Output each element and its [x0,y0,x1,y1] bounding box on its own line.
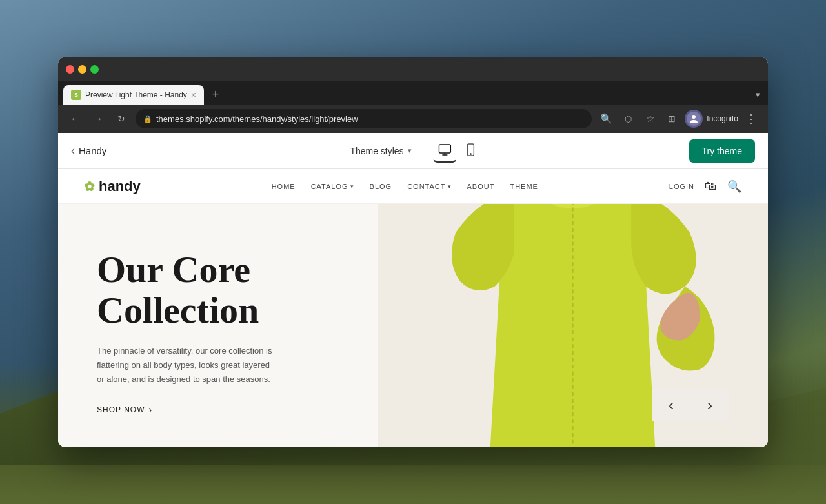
store-search-button[interactable]: 🔍 [727,179,742,194]
profile-button[interactable] [685,110,703,128]
nav-back-button[interactable]: ← [66,110,84,128]
tab-close-button[interactable]: × [191,90,196,99]
address-text: themes.shopify.com/themes/handy/styles/l… [156,114,358,124]
incognito-label: Incognito [707,114,738,123]
try-theme-button[interactable]: Try theme [689,139,756,163]
nav-link-catalog-label: CATALOG [311,183,348,190]
catalog-dropdown-icon: ▾ [350,183,354,190]
hero-image: ‹ › [378,204,768,447]
nav-link-theme-label: THEME [510,183,538,190]
logo-icon: ✿ [84,179,95,194]
browser-addressbar: ← → ↻ 🔒 themes.shopify.com/themes/handy/… [58,105,768,133]
store-nav-links: HOME CATALOG ▾ BLOG CONTACT ▾ ABOUT THEM [272,183,538,190]
nav-link-theme[interactable]: THEME [510,183,538,190]
incognito-avatar [687,112,701,126]
svg-point-3 [470,154,472,155]
toolbar-center: Theme styles ▾ [343,139,482,163]
nav-link-home-label: HOME [272,183,296,190]
browser-tab-active[interactable]: S Preview Light Theme - Handy × [63,85,204,105]
carousel-prev-button[interactable]: ‹ [652,389,690,421]
hero-description: The pinnacle of versatility, our core co… [97,344,277,387]
browser-tabs: S Preview Light Theme - Handy × + ▾ [58,81,768,105]
hero-title: Our Core Collection [97,249,352,332]
browser-window: S Preview Light Theme - Handy × + ▾ ← → … [58,57,768,447]
theme-styles-button[interactable]: Theme styles ▾ [343,142,418,160]
bookmark-button[interactable]: ☆ [641,110,659,128]
svg-point-0 [692,115,696,119]
nav-forward-button[interactable]: → [89,110,107,128]
carousel-controls: ‹ › [652,389,729,421]
device-toggle-group [434,139,483,163]
preview-toolbar: ‹ Handy Theme styles ▾ [58,133,768,169]
browser-menu-button[interactable]: ⋮ [742,110,760,128]
store-login-link[interactable]: LOGIN [669,183,694,190]
traffic-lights [66,65,99,74]
nav-link-home[interactable]: HOME [272,183,296,190]
back-arrow-icon: ‹ [71,144,75,157]
store-logo[interactable]: ✿ handy [84,178,141,195]
new-tab-button[interactable]: + [206,85,225,103]
maximize-window-button[interactable] [90,65,99,74]
nav-link-catalog[interactable]: CATALOG ▾ [311,183,354,190]
tab-title: Preview Light Theme - Handy [85,90,187,99]
cast-button[interactable]: ⬡ [619,110,637,128]
svg-rect-1 [439,145,451,153]
mobile-view-button[interactable] [459,139,483,163]
shop-now-arrow-icon: › [148,405,152,415]
shop-now-button[interactable]: SHOP NOW › [97,405,352,415]
nav-link-blog-label: BLOG [370,183,392,190]
addressbar-actions: 🔍 ⬡ ☆ ⊞ Incognito ⋮ [597,110,760,128]
tab-favicon: S [71,90,81,100]
nav-link-about[interactable]: ABOUT [467,183,495,190]
search-extension-button[interactable]: 🔍 [597,110,615,128]
minimize-window-button[interactable] [78,65,86,74]
hero-image-placeholder: ‹ › [378,204,768,447]
store-navigation: ✿ handy HOME CATALOG ▾ BLOG CONTACT ▾ [58,169,768,204]
theme-preview: ✿ handy HOME CATALOG ▾ BLOG CONTACT ▾ [58,169,768,447]
nav-link-about-label: ABOUT [467,183,495,190]
theme-styles-label: Theme styles [350,146,403,156]
lock-icon: 🔒 [143,115,152,123]
store-logo-text: handy [99,178,141,195]
nav-link-contact[interactable]: CONTACT ▾ [407,183,451,190]
carousel-next-button[interactable]: › [690,389,729,421]
tab-search-button[interactable]: ⊞ [663,110,681,128]
nav-link-contact-label: CONTACT [407,183,445,190]
contact-dropdown-icon: ▾ [448,183,452,190]
store-actions: LOGIN 🛍 🔍 [669,179,742,194]
nav-link-blog[interactable]: BLOG [370,183,392,190]
store-cart-button[interactable]: 🛍 [705,179,717,193]
hero-text-area: Our Core Collection The pinnacle of vers… [58,204,378,447]
hero-section: Our Core Collection The pinnacle of vers… [58,204,768,447]
shop-now-label: SHOP NOW [97,405,145,414]
close-window-button[interactable] [66,65,74,74]
tabs-expand-button[interactable]: ▾ [753,87,763,102]
nav-reload-button[interactable]: ↻ [112,110,130,128]
address-bar[interactable]: 🔒 themes.shopify.com/themes/handy/styles… [136,109,592,128]
theme-styles-chevron-icon: ▾ [408,146,412,155]
back-to-themes-button[interactable]: ‹ Handy [71,144,106,157]
desktop-view-button[interactable] [434,139,457,163]
browser-titlebar [58,57,768,81]
store-name-label: Handy [79,145,106,156]
